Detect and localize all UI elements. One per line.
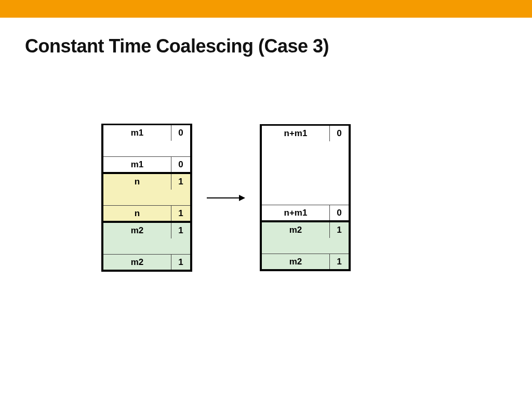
left-seg-2-footer: n 1 (103, 205, 190, 221)
right-memory-block: n+m1 0 n+m1 0 m2 1 m2 1 (260, 124, 351, 271)
cell-flag: 1 (171, 174, 190, 190)
left-seg-1-header: m1 0 (103, 125, 190, 141)
left-seg-3: m2 1 m2 1 (103, 221, 191, 270)
diagram-area: m1 0 m1 0 n 1 n 1 (101, 124, 351, 272)
right-seg-2-body (262, 238, 349, 254)
cell-flag: 1 (171, 255, 190, 270)
arrow-icon (207, 195, 245, 201)
cell-label: n+m1 (262, 126, 330, 141)
cell-flag: 0 (171, 157, 190, 172)
left-seg-1-footer: m1 0 (103, 156, 190, 172)
cell-flag: 1 (171, 223, 190, 238)
right-seg-2-footer: m2 1 (262, 254, 349, 269)
cell-flag: 0 (171, 125, 190, 141)
right-seg-1: n+m1 0 n+m1 0 (261, 126, 349, 221)
cell-label: m1 (103, 157, 171, 172)
cell-label: n (103, 206, 171, 221)
slide-body: Constant Time Coalescing (Case 3) m1 0 m… (0, 35, 532, 399)
left-seg-2-body (103, 190, 190, 205)
cell-flag: 1 (330, 254, 349, 269)
left-seg-3-header: m2 1 (103, 223, 190, 238)
cell-flag: 1 (330, 222, 349, 238)
right-seg-1-header: n+m1 0 (262, 126, 349, 141)
cell-label: m2 (262, 254, 330, 269)
right-seg-1-footer: n+m1 0 (262, 205, 349, 220)
right-seg-2-header: m2 1 (262, 222, 349, 238)
left-seg-1-body (103, 141, 190, 156)
right-seg-1-body (262, 141, 349, 205)
cell-flag: 0 (330, 126, 349, 141)
cell-label: m2 (262, 222, 330, 238)
cell-label: m2 (103, 255, 171, 270)
accent-bar (0, 0, 532, 18)
slide-title: Constant Time Coalescing (Case 3) (25, 35, 532, 57)
cell-flag: 0 (330, 205, 349, 220)
left-seg-2-header: n 1 (103, 174, 190, 190)
left-seg-3-footer: m2 1 (103, 254, 190, 270)
left-seg-2: n 1 n 1 (103, 172, 191, 221)
cell-label: m1 (103, 125, 171, 141)
left-seg-3-body (103, 238, 190, 254)
cell-label: n (103, 174, 171, 190)
left-memory-block: m1 0 m1 0 n 1 n 1 (101, 124, 192, 272)
cell-flag: 1 (171, 206, 190, 221)
cell-label: n+m1 (262, 205, 330, 220)
right-seg-2: m2 1 m2 1 (261, 221, 349, 270)
left-seg-1: m1 0 m1 0 (103, 125, 191, 172)
cell-label: m2 (103, 223, 171, 238)
